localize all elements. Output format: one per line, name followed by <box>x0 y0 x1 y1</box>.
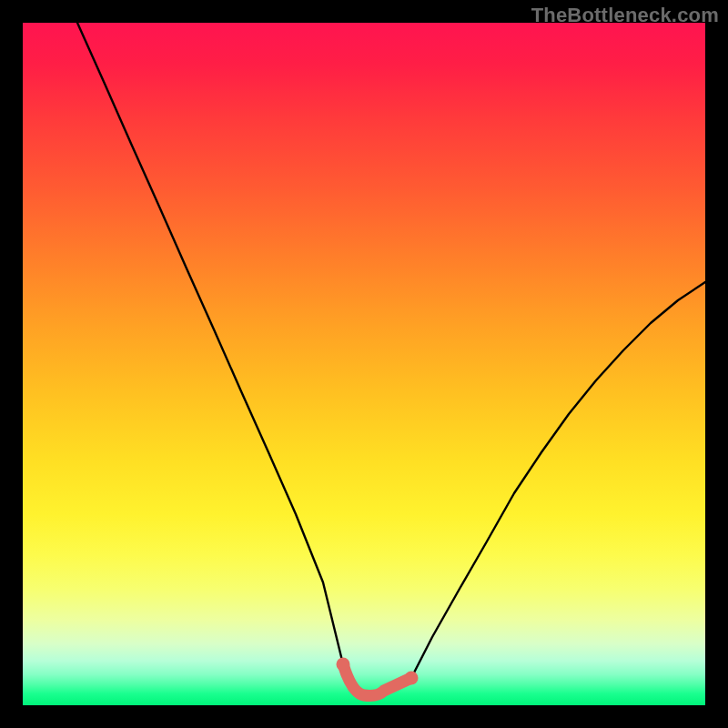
watermark-text: TheBottleneck.com <box>531 4 719 27</box>
plot-area <box>23 23 705 705</box>
curve-layer <box>23 23 705 705</box>
chart-stage: TheBottleneck.com <box>0 0 728 728</box>
optimal-zone-end-right <box>405 672 419 685</box>
bottleneck-curve <box>77 23 705 695</box>
optimal-zone-highlight <box>343 664 411 695</box>
optimal-zone-end-left <box>337 658 350 672</box>
